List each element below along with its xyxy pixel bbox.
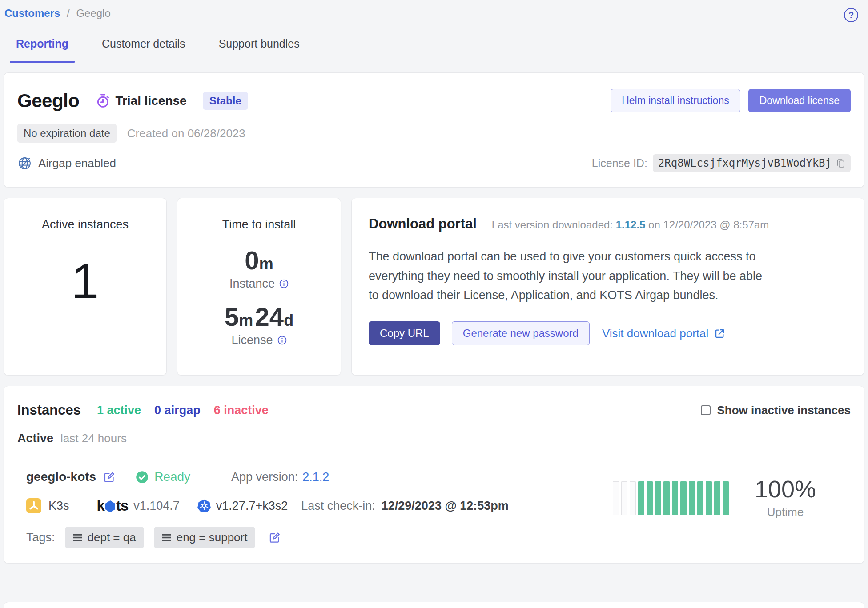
instances-header: Instances 1 active 0 airgap 6 inactive S… xyxy=(17,402,851,418)
edit-instance-name-icon[interactable] xyxy=(103,471,115,483)
breadcrumb-current: Geeglo xyxy=(76,7,110,19)
tag-lines-icon xyxy=(162,534,171,541)
expiration-badge: No expiration date xyxy=(17,124,117,143)
license-id-pill: 2Rq8WLcsjfxqrMysjvB1WodYkBj xyxy=(653,154,851,172)
active-instances-card: Active instances 1 xyxy=(4,198,167,376)
instances-card: Instances 1 active 0 airgap 6 inactive S… xyxy=(4,386,864,564)
app-version-label: App version: xyxy=(231,470,298,484)
license-install-label: License xyxy=(231,333,273,347)
license-type-wrap: Trial license xyxy=(96,93,186,108)
download-portal-title: Download portal xyxy=(369,216,477,232)
distribution-name: K3s xyxy=(48,499,69,513)
airgap-globe-icon xyxy=(17,156,32,171)
active-instances-count: 1 xyxy=(4,256,166,306)
download-license-button[interactable]: Download license xyxy=(748,89,851,112)
download-portal-actions: Copy URL Generate new password Visit dow… xyxy=(369,321,847,345)
license-install-time: 5m 24d xyxy=(177,304,341,330)
customer-title-row: Geeglo Trial license Stable Helm install… xyxy=(17,89,851,112)
license-install-label-row: License xyxy=(177,333,341,347)
uptime-bar xyxy=(663,481,670,515)
instance-row: geeglo-kots Ready App version: 2.1.2 xyxy=(17,456,851,563)
last-version-date: on 12/20/2023 @ 8:57am xyxy=(648,219,769,231)
breadcrumb: Customers / Geeglo xyxy=(4,7,111,20)
copy-icon[interactable] xyxy=(836,158,845,168)
last-checkin-value: 12/29/2023 @ 12:53pm xyxy=(382,499,509,513)
generate-new-password-button[interactable]: Generate new password xyxy=(452,321,590,345)
k3s-icon xyxy=(26,498,41,513)
uptime-bar xyxy=(672,481,678,515)
customer-meta-row: No expiration date Created on 06/28/2023 xyxy=(17,124,851,143)
time-to-install-title: Time to install xyxy=(177,218,341,232)
customer-name: Geeglo xyxy=(17,90,79,112)
kots-logo: kts xyxy=(97,497,129,514)
kubernetes-icon xyxy=(197,499,211,512)
license-install-value2: 24 xyxy=(255,302,284,331)
helm-install-instructions-button[interactable]: Helm install instructions xyxy=(611,89,740,112)
channel-badge: Stable xyxy=(203,92,248,110)
license-install-value1: 5 xyxy=(225,302,239,331)
download-portal-description: The download portal can be used to give … xyxy=(369,247,771,305)
edit-tags-icon[interactable] xyxy=(269,532,281,544)
airgap-enabled-label: Airgap enabled xyxy=(38,156,116,170)
show-inactive-checkbox[interactable] xyxy=(701,405,711,415)
tag-pill: dept = qa xyxy=(65,527,144,548)
download-portal-card: Download portal Last version downloaded:… xyxy=(351,198,864,376)
inactive-count[interactable]: 6 inactive xyxy=(214,404,269,417)
info-icon[interactable] xyxy=(277,336,287,345)
info-icon[interactable] xyxy=(279,279,289,288)
instance-install-label-row: Instance xyxy=(177,277,341,291)
uptime-stat: 100% Uptime xyxy=(755,477,816,519)
external-link-icon xyxy=(714,328,726,340)
license-id-row: License ID: 2Rq8WLcsjfxqrMysjvB1WodYkBj xyxy=(592,154,851,172)
kubernetes-version: v1.27.7+k3s2 xyxy=(216,499,288,513)
instance-tags-row: Tags: dept = qa eng = support xyxy=(26,527,842,548)
uptime-bar xyxy=(647,481,653,515)
license-install-unit2: d xyxy=(284,311,293,329)
ready-check-icon xyxy=(136,471,149,484)
active-group-header: Active last 24 hours xyxy=(17,432,851,445)
instance-install-unit: m xyxy=(259,255,273,273)
copy-url-button[interactable]: Copy URL xyxy=(369,321,440,345)
tab-bar: Reporting Customer details Support bundl… xyxy=(10,37,864,63)
active-group-title: Active xyxy=(17,432,53,445)
breadcrumb-separator: / xyxy=(67,7,70,19)
active-count[interactable]: 1 active xyxy=(97,404,141,417)
tab-reporting[interactable]: Reporting xyxy=(10,37,75,63)
tag-lines-icon xyxy=(73,534,82,541)
visit-download-portal-link[interactable]: Visit download portal xyxy=(602,327,726,340)
uptime-bar xyxy=(613,481,619,515)
instance-install-label: Instance xyxy=(229,277,275,291)
time-to-install-card: Time to install 0m Instance 5m 24d Licen… xyxy=(177,198,341,376)
kubernetes-version-wrap: v1.27.7+k3s2 xyxy=(197,499,288,513)
show-inactive-label: Show inactive instances xyxy=(717,404,851,417)
instance-install-value: 0 xyxy=(245,246,259,275)
customer-summary-card: Geeglo Trial license Stable Helm install… xyxy=(4,72,864,188)
stat-cards-row: Active instances 1 Time to install 0m In… xyxy=(4,198,864,376)
uptime-bar xyxy=(638,481,644,515)
last-version-label: Last version downloaded: xyxy=(492,219,613,231)
license-id-label: License ID: xyxy=(592,157,647,170)
next-card-edge xyxy=(4,602,864,608)
tab-customer-details[interactable]: Customer details xyxy=(96,37,192,63)
tag-text: eng = support xyxy=(177,531,248,544)
kots-version: v1.104.7 xyxy=(133,499,180,513)
tag-text: dept = qa xyxy=(88,531,136,544)
uptime-bar xyxy=(655,481,661,515)
last-version-link[interactable]: 1.12.5 xyxy=(616,219,646,231)
airgap-count[interactable]: 0 airgap xyxy=(154,404,201,417)
uptime-label: Uptime xyxy=(755,505,816,519)
tags-label: Tags: xyxy=(26,531,55,544)
license-type-label: Trial license xyxy=(115,94,186,108)
help-icon[interactable]: ? xyxy=(844,8,858,22)
airgap-wrap: Airgap enabled xyxy=(17,156,116,171)
app-version-link[interactable]: 2.1.2 xyxy=(302,470,329,484)
breadcrumb-customers-link[interactable]: Customers xyxy=(4,7,60,19)
uptime-bar xyxy=(706,481,712,515)
show-inactive-toggle[interactable]: Show inactive instances xyxy=(701,404,851,417)
tab-support-bundles[interactable]: Support bundles xyxy=(213,37,306,63)
instances-title: Instances xyxy=(17,402,81,418)
customer-airgap-row: Airgap enabled License ID: 2Rq8WLcsjfxqr… xyxy=(17,154,851,172)
uptime-bars xyxy=(613,481,729,515)
active-group-period: last 24 hours xyxy=(60,432,127,445)
uptime-percentage: 100% xyxy=(755,477,816,501)
